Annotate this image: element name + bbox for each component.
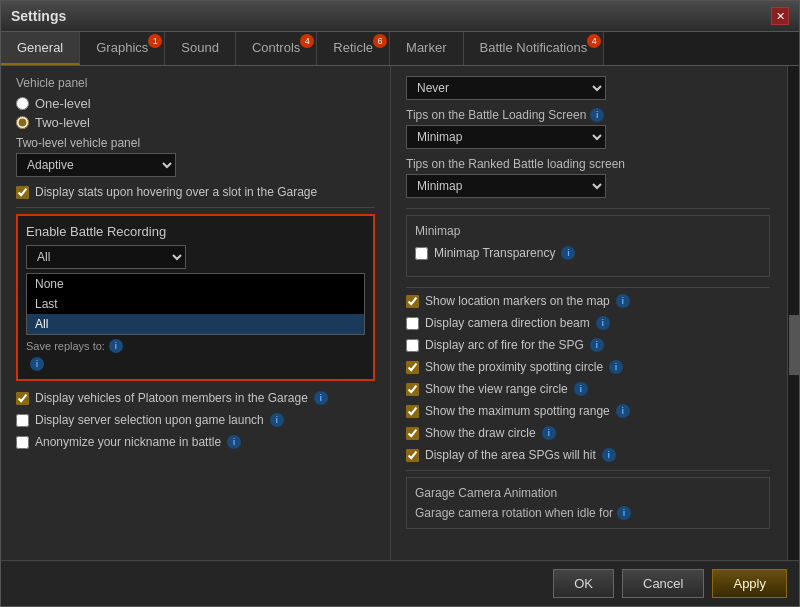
display-stats-row: Display stats upon hovering over a slot … [16, 185, 375, 199]
tips-battle-label: Tips on the Battle Loading Screen [406, 108, 586, 122]
info-icon-location[interactable]: i [616, 294, 630, 308]
info-icon-platoon[interactable]: i [314, 391, 328, 405]
draw-circle-checkbox[interactable] [406, 427, 419, 440]
garage-section: Garage Camera Animation Garage camera ro… [406, 477, 770, 529]
tips-ranked-label: Tips on the Ranked Battle loading screen [406, 157, 770, 171]
anonymize-checkbox[interactable] [16, 436, 29, 449]
info-icon-recording[interactable]: i [109, 339, 123, 353]
battle-recording-label: Enable Battle Recording [26, 224, 365, 239]
proximity-spotting-checkbox[interactable] [406, 361, 419, 374]
info-icon-anonymize[interactable]: i [227, 435, 241, 449]
badge-reticle: 6 [373, 34, 387, 48]
footer: OK Cancel Apply [1, 560, 799, 606]
display-stats-checkbox[interactable] [16, 186, 29, 199]
view-range-checkbox[interactable] [406, 383, 419, 396]
tab-general[interactable]: General [1, 32, 80, 65]
close-button[interactable]: ✕ [771, 7, 789, 25]
badge-graphics: 1 [148, 34, 162, 48]
title-bar: Settings ✕ [1, 1, 799, 32]
content-area: Vehicle panel One-level Two-level Two-le… [1, 66, 799, 560]
info-icon-camera[interactable]: i [596, 316, 610, 330]
radio-two-level-input[interactable] [16, 116, 29, 129]
info-icon-garage[interactable]: i [617, 506, 631, 520]
battle-recording-list: None Last All [26, 273, 365, 335]
list-item-last[interactable]: Last [27, 294, 364, 314]
anonymize-row: Anonymize your nickname in battle i [16, 435, 375, 449]
info-icon-view-range[interactable]: i [574, 382, 588, 396]
ok-button[interactable]: OK [553, 569, 614, 598]
adaptive-dropdown[interactable]: Adaptive [16, 153, 176, 177]
show-location-checkbox[interactable] [406, 295, 419, 308]
radio-two-level: Two-level [16, 115, 375, 130]
scrollbar-thumb[interactable] [789, 315, 799, 375]
info-icon-max-spotting[interactable]: i [616, 404, 630, 418]
badge-controls: 4 [300, 34, 314, 48]
battle-recording-section: Enable Battle Recording All None Last Al… [16, 214, 375, 381]
tab-battle-notifications[interactable]: Battle Notifications 4 [464, 32, 605, 65]
tab-sound[interactable]: Sound [165, 32, 236, 65]
arc-of-fire-checkbox[interactable] [406, 339, 419, 352]
info-icon-server[interactable]: i [270, 413, 284, 427]
left-panel: Vehicle panel One-level Two-level Two-le… [1, 66, 391, 560]
cancel-button[interactable]: Cancel [622, 569, 704, 598]
info-icon-draw-circle[interactable]: i [542, 426, 556, 440]
list-item-all[interactable]: All [27, 314, 364, 334]
show-location-row: Show location markers on the map i [406, 294, 770, 308]
info-icon-proximity[interactable]: i [609, 360, 623, 374]
tips-battle-dropdown[interactable]: Minimap [406, 125, 606, 149]
settings-window: Settings ✕ General Graphics 1 Sound Cont… [0, 0, 800, 607]
tab-marker[interactable]: Marker [390, 32, 463, 65]
list-item-none[interactable]: None [27, 274, 364, 294]
garage-title: Garage Camera Animation [415, 486, 761, 500]
view-range-row: Show the view range circle i [406, 382, 770, 396]
minimap-transparency-row: Minimap Transparency i [415, 246, 761, 260]
tab-controls[interactable]: Controls 4 [236, 32, 317, 65]
info-icon-minimap-transparency[interactable]: i [561, 246, 575, 260]
radio-one-level-input[interactable] [16, 97, 29, 110]
garage-camera-row: Garage camera rotation when idle for i [415, 506, 761, 520]
right-panel-inner: Never Tips on the Battle Loading Screen … [406, 76, 784, 529]
info-icon-recording2[interactable]: i [30, 357, 44, 371]
apply-button[interactable]: Apply [712, 569, 787, 598]
display-server-row: Display server selection upon game launc… [16, 413, 375, 427]
area-spgs-row: Display of the area SPGs will hit i [406, 448, 770, 462]
info-icon-tips-battle[interactable]: i [590, 108, 604, 122]
tips-ranked-dropdown[interactable]: Minimap [406, 174, 606, 198]
radio-one-level: One-level [16, 96, 375, 111]
minimap-title: Minimap [415, 224, 761, 238]
info-icon-arc[interactable]: i [590, 338, 604, 352]
area-spgs-checkbox[interactable] [406, 449, 419, 462]
minimap-section: Minimap Minimap Transparency i [406, 215, 770, 277]
max-spotting-row: Show the maximum spotting range i [406, 404, 770, 418]
arc-of-fire-row: Display arc of fire for the SPG i [406, 338, 770, 352]
battle-recording-dropdown[interactable]: All [26, 245, 186, 269]
tab-reticle[interactable]: Reticle 6 [317, 32, 390, 65]
badge-battle-notifications: 4 [587, 34, 601, 48]
minimap-transparency-checkbox[interactable] [415, 247, 428, 260]
right-panel: Never Tips on the Battle Loading Screen … [391, 66, 799, 560]
info-icon-area-spgs[interactable]: i [602, 448, 616, 462]
right-scrollbar[interactable] [787, 66, 799, 560]
proximity-spotting-row: Show the proximity spotting circle i [406, 360, 770, 374]
draw-circle-row: Show the draw circle i [406, 426, 770, 440]
vehicle-panel-label: Vehicle panel [16, 76, 375, 90]
display-platoon-row: Display vehicles of Platoon members in t… [16, 391, 375, 405]
display-server-checkbox[interactable] [16, 414, 29, 427]
camera-direction-row: Display camera direction beam i [406, 316, 770, 330]
tab-bar: General Graphics 1 Sound Controls 4 Reti… [1, 32, 799, 66]
max-spotting-checkbox[interactable] [406, 405, 419, 418]
tab-graphics[interactable]: Graphics 1 [80, 32, 165, 65]
never-dropdown[interactable]: Never [406, 76, 606, 100]
two-level-panel-label: Two-level vehicle panel [16, 136, 375, 150]
display-platoon-checkbox[interactable] [16, 392, 29, 405]
camera-direction-checkbox[interactable] [406, 317, 419, 330]
window-title: Settings [11, 8, 66, 24]
